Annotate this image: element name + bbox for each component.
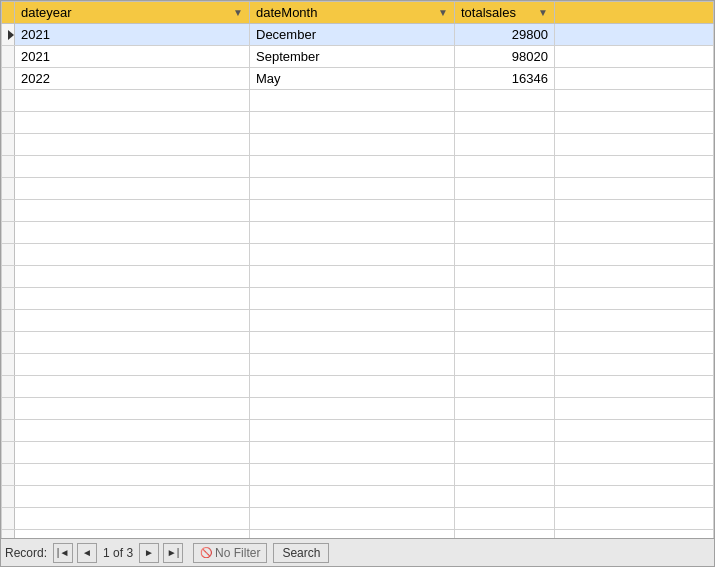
row-selector-header — [2, 2, 15, 24]
empty-cell — [555, 112, 714, 134]
empty-cell — [455, 200, 555, 222]
empty-row — [2, 266, 714, 288]
empty-cell — [15, 134, 250, 156]
cell-dateyear[interactable]: 2022 — [15, 68, 250, 90]
empty-cell — [15, 530, 250, 539]
col-header-totalsales[interactable]: totalsales ▼ — [455, 2, 555, 24]
no-filter-button[interactable]: 🚫 No Filter — [193, 543, 267, 563]
empty-cell — [555, 420, 714, 442]
empty-row — [2, 310, 714, 332]
empty-cell — [15, 90, 250, 112]
empty-row — [2, 332, 714, 354]
record-count: 1 of 3 — [103, 546, 133, 560]
empty-cell — [15, 442, 250, 464]
footer: Record: |◄ ◄ 1 of 3 ► ►| 🚫 No Filter Sea… — [1, 538, 714, 566]
empty-cell — [555, 222, 714, 244]
col-header-extra — [555, 2, 714, 24]
empty-row — [2, 134, 714, 156]
empty-cell — [2, 90, 15, 112]
row-selector — [2, 46, 15, 68]
empty-cell — [555, 508, 714, 530]
empty-cell — [455, 222, 555, 244]
empty-cell — [455, 354, 555, 376]
col-header-dateyear[interactable]: dateyear ▼ — [15, 2, 250, 24]
empty-row — [2, 288, 714, 310]
search-button[interactable]: Search — [273, 543, 329, 563]
last-record-button[interactable]: ►| — [163, 543, 183, 563]
empty-cell — [250, 156, 455, 178]
empty-cell — [15, 376, 250, 398]
empty-cell — [555, 90, 714, 112]
empty-cell — [2, 266, 15, 288]
empty-row — [2, 200, 714, 222]
empty-cell — [250, 486, 455, 508]
empty-cell — [15, 244, 250, 266]
empty-cell — [15, 464, 250, 486]
empty-cell — [455, 376, 555, 398]
empty-row — [2, 222, 714, 244]
col-header-datemonth-label: dateMonth — [256, 5, 317, 20]
col-header-totalsales-label: totalsales — [461, 5, 516, 20]
search-label: Search — [282, 546, 320, 560]
empty-cell — [2, 420, 15, 442]
empty-cell — [250, 354, 455, 376]
cell-totalsales[interactable]: 16346 — [455, 68, 555, 90]
cell-extra — [555, 24, 714, 46]
empty-cell — [2, 178, 15, 200]
empty-row — [2, 464, 714, 486]
empty-cell — [555, 310, 714, 332]
empty-cell — [455, 156, 555, 178]
table-row[interactable]: 2021December29800 — [2, 24, 714, 46]
empty-row — [2, 376, 714, 398]
empty-cell — [555, 266, 714, 288]
first-record-button[interactable]: |◄ — [53, 543, 73, 563]
empty-cell — [2, 398, 15, 420]
empty-cell — [15, 354, 250, 376]
empty-cell — [2, 442, 15, 464]
empty-cell — [15, 178, 250, 200]
sort-arrow-totalsales: ▼ — [538, 7, 548, 18]
empty-cell — [455, 530, 555, 539]
col-header-datemonth[interactable]: dateMonth ▼ — [250, 2, 455, 24]
empty-row — [2, 156, 714, 178]
empty-cell — [250, 112, 455, 134]
empty-cell — [250, 310, 455, 332]
empty-cell — [250, 442, 455, 464]
cell-dateyear[interactable]: 2021 — [15, 24, 250, 46]
row-selector — [2, 24, 15, 46]
empty-row — [2, 530, 714, 539]
empty-cell — [250, 464, 455, 486]
no-filter-label: No Filter — [215, 546, 260, 560]
empty-cell — [555, 376, 714, 398]
sort-arrow-datemonth: ▼ — [438, 7, 448, 18]
empty-row — [2, 112, 714, 134]
cell-totalsales[interactable]: 98020 — [455, 46, 555, 68]
table-row[interactable]: 2022May16346 — [2, 68, 714, 90]
empty-cell — [250, 530, 455, 539]
empty-cell — [250, 244, 455, 266]
empty-cell — [2, 288, 15, 310]
empty-row — [2, 354, 714, 376]
cell-datemonth[interactable]: May — [250, 68, 455, 90]
empty-cell — [250, 200, 455, 222]
cell-datemonth[interactable]: December — [250, 24, 455, 46]
empty-cell — [455, 288, 555, 310]
cell-totalsales[interactable]: 29800 — [455, 24, 555, 46]
empty-cell — [455, 420, 555, 442]
cell-datemonth[interactable]: September — [250, 46, 455, 68]
empty-row — [2, 508, 714, 530]
table-row[interactable]: 2021September98020 — [2, 46, 714, 68]
empty-cell — [555, 200, 714, 222]
empty-cell — [2, 222, 15, 244]
next-record-button[interactable]: ► — [139, 543, 159, 563]
empty-row — [2, 420, 714, 442]
prev-record-button[interactable]: ◄ — [77, 543, 97, 563]
empty-cell — [2, 244, 15, 266]
col-header-dateyear-label: dateyear — [21, 5, 72, 20]
empty-cell — [15, 508, 250, 530]
empty-cell — [2, 508, 15, 530]
empty-cell — [15, 398, 250, 420]
empty-cell — [455, 134, 555, 156]
empty-cell — [455, 442, 555, 464]
cell-dateyear[interactable]: 2021 — [15, 46, 250, 68]
